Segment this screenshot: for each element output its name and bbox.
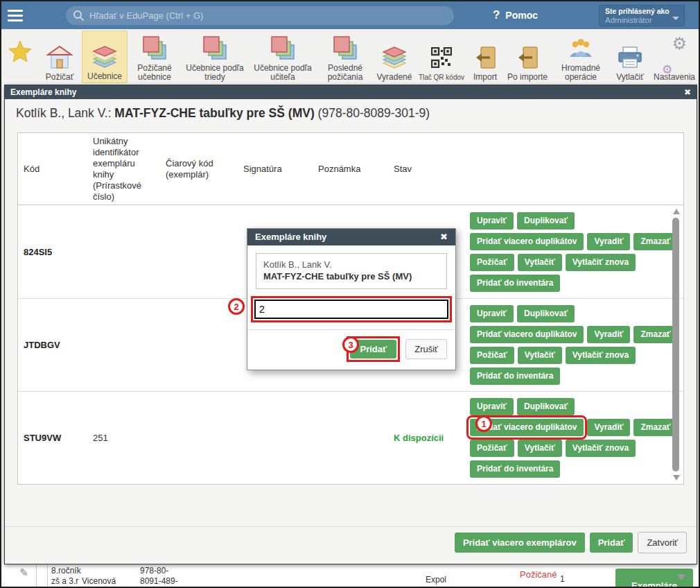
vyradit-button[interactable]: Vyradiť xyxy=(587,419,630,436)
upravit-button[interactable]: Upraviť xyxy=(470,398,514,415)
scroll-down-icon[interactable] xyxy=(677,574,685,580)
modal-footer: Pridať viacero exemplárov Pridať Zatvori… xyxy=(5,526,697,558)
toolbar-item-pozicat[interactable]: Požičať xyxy=(37,31,82,83)
top-navigation-bar: ? Pomoc Ste prihlásený ako Administrátor xyxy=(1,1,699,29)
pozicat-button[interactable]: Požičať xyxy=(470,440,514,457)
scrollbar-thumb[interactable] xyxy=(672,218,679,472)
stacked-squares-icon xyxy=(270,33,295,64)
logged-in-as-label: Ste prihlásený ako xyxy=(605,7,679,16)
help-label: Pomoc xyxy=(505,10,538,21)
close-icon[interactable]: ✖ xyxy=(440,229,448,245)
vytlacit-button[interactable]: Vytlačiť xyxy=(518,347,562,364)
bg-row-count: 1 xyxy=(560,574,565,584)
toolbar-item-ucebnice-podla-triedy[interactable]: Učebnice podľa triedy xyxy=(182,31,248,83)
vytlacit-button[interactable]: Vytlačiť xyxy=(518,440,562,457)
dialog-body: Kotlík B., Lank V. MAT-FYZ-CHE tabuľky p… xyxy=(247,245,455,322)
col-header-unikatny-identifikator: Unikátny identifikátor exempláru knihy (… xyxy=(87,133,160,205)
col-header-poznamka: Poznámka xyxy=(313,133,388,205)
duplikovat-button[interactable]: Duplikovať xyxy=(517,212,575,230)
toolbar-item-ucebnice-podla-ucitela[interactable]: Učebnice podľa učiteľa xyxy=(248,31,317,83)
book-title: MAT-FYZ-CHE tabuľky pre SŠ (MV) xyxy=(263,270,439,282)
printer-icon xyxy=(617,42,643,73)
toolbar-item-hromadne-operacie[interactable]: Hromadné operácie xyxy=(552,31,610,83)
zatvorit-button[interactable]: Zatvoriť xyxy=(638,532,687,553)
bg-row-publisher: Expol xyxy=(426,575,446,585)
col-header-signatura: Signatúra xyxy=(238,133,313,205)
stacked-squares-icon xyxy=(202,33,227,64)
layers-icon xyxy=(91,42,119,72)
annotation-rect-input xyxy=(251,296,452,322)
global-search[interactable] xyxy=(66,6,454,25)
layers-icon xyxy=(380,42,408,73)
scroll-down-icon[interactable] xyxy=(673,475,680,481)
vytlacit-znova-button[interactable]: Vytlačiť znova xyxy=(566,347,636,364)
gears-icon: ⚙ ⚙ xyxy=(660,42,688,73)
copy-code: 824SI5 xyxy=(18,205,87,298)
book-author: Kotlík B., Lank V. xyxy=(263,259,439,270)
house-icon xyxy=(46,42,73,73)
duplicate-count-input[interactable] xyxy=(254,300,448,319)
pridat-button[interactable]: Pridať xyxy=(590,533,633,553)
copy-code: STU9VW xyxy=(18,392,87,484)
chevron-down-icon xyxy=(672,17,679,20)
toolbar-item-nastavenia[interactable]: ⚙ ⚙ Nastavenia xyxy=(650,31,699,83)
vytlacit-znova-button[interactable]: Vytlačiť znova xyxy=(566,440,636,457)
pridat-do-inventara-button[interactable]: Pridať do inventára xyxy=(470,460,560,478)
toolbar-item-ucebnice[interactable]: Učebnice xyxy=(82,31,128,83)
toolbar-item-vyradene[interactable]: Vyradené xyxy=(373,31,416,83)
scroll-up-icon[interactable] xyxy=(673,209,680,214)
modal-title: Exempláre knihy xyxy=(10,85,76,99)
pridat-viacero-duplikatov-button[interactable]: Pridať viacero duplikátov xyxy=(470,233,584,250)
favorite-star-icon[interactable] xyxy=(8,40,32,65)
toolbar-item-pozicane-ucebnice[interactable]: Požičané učebnice xyxy=(128,31,182,83)
close-icon[interactable]: ✖ xyxy=(684,85,691,99)
pridat-viacero-exemplarov-button[interactable]: Pridať viacero exemplárov xyxy=(455,533,585,553)
col-header-stav: Stav xyxy=(388,133,464,205)
background-table-row: ✎ 8.ročník zš a 3.r Vicenová 978-80- 809… xyxy=(1,565,699,588)
table-scrollbar[interactable] xyxy=(671,207,682,483)
import-door-icon xyxy=(516,42,539,73)
col-header-ciarovy-kod: Čiarový kód (exemplár) xyxy=(160,133,238,205)
bg-row-author: Vicenová xyxy=(82,576,116,586)
bg-row-isbn-line1: 978-80- xyxy=(140,566,168,576)
import-door-icon xyxy=(473,42,497,73)
toolbar-item-tlac-qr-kodov[interactable]: Tlač QR kódov xyxy=(416,31,467,83)
pozicat-button[interactable]: Požičať xyxy=(470,254,514,271)
bg-row-grade-line2: zš a 3.r xyxy=(51,576,78,586)
book-info-box: Kotlík B., Lank V. MAT-FYZ-CHE tabuľky p… xyxy=(256,253,447,289)
vytlacit-znova-button[interactable]: Vytlačiť znova xyxy=(566,254,636,271)
toolbar-item-import[interactable]: Import xyxy=(467,31,503,83)
pridat-do-inventara-button[interactable]: Pridať do inventára xyxy=(470,368,560,385)
question-mark-icon: ? xyxy=(493,8,500,22)
toolbar-item-po-importe[interactable]: Po importe xyxy=(503,31,552,83)
book-heading: Kotlík B., Lank V.: MAT-FYZ-CHE tabuľky … xyxy=(16,106,430,121)
toolbar-left-strip xyxy=(1,29,37,85)
edit-pencil-icon[interactable]: ✎ xyxy=(19,567,28,579)
duplikovat-button[interactable]: Duplikovať xyxy=(517,398,575,415)
user-dropdown[interactable]: Ste prihlásený ako Administrátor xyxy=(599,5,685,26)
module-toolbar: Požičať Učebnice xyxy=(1,29,699,85)
vyradit-button[interactable]: Vyradiť xyxy=(587,326,630,343)
user-role: Administrátor xyxy=(605,16,679,25)
duplikovat-button[interactable]: Duplikovať xyxy=(517,305,575,322)
table-header-row: Kód Unikátny identifikátor exempláru kni… xyxy=(18,133,683,205)
bg-row-isbn-line2: 8091-489- xyxy=(140,576,178,586)
upravit-button[interactable]: Upraviť xyxy=(470,305,514,322)
annotation-step-3: 3 xyxy=(342,336,359,353)
toolbar-item-posledne-pozicania[interactable]: Posledné požičania xyxy=(317,31,373,83)
hamburger-menu-icon[interactable] xyxy=(1,10,29,21)
status-available: K dispozícii xyxy=(388,392,464,484)
edupage-library-screen: ? Pomoc Ste prihlásený ako Administrátor xyxy=(0,0,700,588)
qr-code-icon xyxy=(431,42,452,73)
vytlacit-button[interactable]: Vytlačiť xyxy=(518,254,562,271)
search-input[interactable] xyxy=(89,10,447,21)
pridat-viacero-duplikatov-button[interactable]: Pridať viacero duplikátov xyxy=(470,326,584,343)
dialog-zrusit-button[interactable]: Zrušiť xyxy=(405,339,447,359)
help-button[interactable]: ? Pomoc xyxy=(493,1,538,29)
toolbar-item-vytlacit[interactable]: Vytlačiť xyxy=(610,31,650,83)
dialog-titlebar: Exempláre knihy ✖ xyxy=(247,229,455,245)
pozicat-button[interactable]: Požičať xyxy=(470,347,514,364)
pridat-do-inventara-button[interactable]: Pridať do inventára xyxy=(470,275,560,292)
upravit-button[interactable]: Upraviť xyxy=(470,212,514,230)
vyradit-button[interactable]: Vyradiť xyxy=(587,233,630,250)
